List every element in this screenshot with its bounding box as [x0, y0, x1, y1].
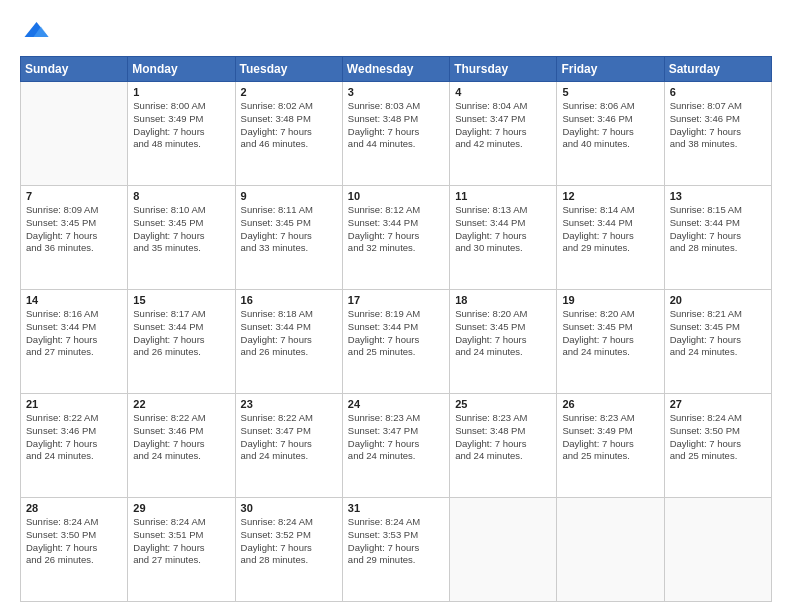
calendar-cell: 27Sunrise: 8:24 AM Sunset: 3:50 PM Dayli… [664, 394, 771, 498]
calendar-cell: 20Sunrise: 8:21 AM Sunset: 3:45 PM Dayli… [664, 290, 771, 394]
day-number: 25 [455, 398, 551, 410]
calendar-week-row: 21Sunrise: 8:22 AM Sunset: 3:46 PM Dayli… [21, 394, 772, 498]
day-info: Sunrise: 8:07 AM Sunset: 3:46 PM Dayligh… [670, 100, 766, 151]
day-number: 9 [241, 190, 337, 202]
day-number: 13 [670, 190, 766, 202]
calendar-cell: 16Sunrise: 8:18 AM Sunset: 3:44 PM Dayli… [235, 290, 342, 394]
day-info: Sunrise: 8:20 AM Sunset: 3:45 PM Dayligh… [455, 308, 551, 359]
calendar-cell: 26Sunrise: 8:23 AM Sunset: 3:49 PM Dayli… [557, 394, 664, 498]
day-info: Sunrise: 8:19 AM Sunset: 3:44 PM Dayligh… [348, 308, 444, 359]
day-info: Sunrise: 8:20 AM Sunset: 3:45 PM Dayligh… [562, 308, 658, 359]
calendar-table: SundayMondayTuesdayWednesdayThursdayFrid… [20, 56, 772, 602]
day-info: Sunrise: 8:09 AM Sunset: 3:45 PM Dayligh… [26, 204, 122, 255]
day-number: 18 [455, 294, 551, 306]
day-info: Sunrise: 8:14 AM Sunset: 3:44 PM Dayligh… [562, 204, 658, 255]
calendar-cell: 13Sunrise: 8:15 AM Sunset: 3:44 PM Dayli… [664, 186, 771, 290]
calendar-week-row: 14Sunrise: 8:16 AM Sunset: 3:44 PM Dayli… [21, 290, 772, 394]
day-number: 30 [241, 502, 337, 514]
day-info: Sunrise: 8:22 AM Sunset: 3:46 PM Dayligh… [26, 412, 122, 463]
calendar-cell: 30Sunrise: 8:24 AM Sunset: 3:52 PM Dayli… [235, 498, 342, 602]
weekday-header-tuesday: Tuesday [235, 57, 342, 82]
day-info: Sunrise: 8:04 AM Sunset: 3:47 PM Dayligh… [455, 100, 551, 151]
day-number: 7 [26, 190, 122, 202]
day-info: Sunrise: 8:23 AM Sunset: 3:47 PM Dayligh… [348, 412, 444, 463]
day-info: Sunrise: 8:11 AM Sunset: 3:45 PM Dayligh… [241, 204, 337, 255]
day-number: 6 [670, 86, 766, 98]
day-number: 16 [241, 294, 337, 306]
calendar-cell: 25Sunrise: 8:23 AM Sunset: 3:48 PM Dayli… [450, 394, 557, 498]
day-info: Sunrise: 8:12 AM Sunset: 3:44 PM Dayligh… [348, 204, 444, 255]
day-number: 22 [133, 398, 229, 410]
calendar-cell: 31Sunrise: 8:24 AM Sunset: 3:53 PM Dayli… [342, 498, 449, 602]
calendar-cell: 22Sunrise: 8:22 AM Sunset: 3:46 PM Dayli… [128, 394, 235, 498]
day-number: 31 [348, 502, 444, 514]
day-number: 20 [670, 294, 766, 306]
calendar-cell: 4Sunrise: 8:04 AM Sunset: 3:47 PM Daylig… [450, 82, 557, 186]
weekday-header-wednesday: Wednesday [342, 57, 449, 82]
day-number: 24 [348, 398, 444, 410]
day-info: Sunrise: 8:00 AM Sunset: 3:49 PM Dayligh… [133, 100, 229, 151]
day-info: Sunrise: 8:24 AM Sunset: 3:50 PM Dayligh… [670, 412, 766, 463]
weekday-header-sunday: Sunday [21, 57, 128, 82]
day-info: Sunrise: 8:24 AM Sunset: 3:50 PM Dayligh… [26, 516, 122, 567]
day-info: Sunrise: 8:16 AM Sunset: 3:44 PM Dayligh… [26, 308, 122, 359]
logo [20, 16, 54, 46]
calendar-cell: 3Sunrise: 8:03 AM Sunset: 3:48 PM Daylig… [342, 82, 449, 186]
calendar-cell: 14Sunrise: 8:16 AM Sunset: 3:44 PM Dayli… [21, 290, 128, 394]
calendar-week-row: 1Sunrise: 8:00 AM Sunset: 3:49 PM Daylig… [21, 82, 772, 186]
day-info: Sunrise: 8:23 AM Sunset: 3:49 PM Dayligh… [562, 412, 658, 463]
day-number: 26 [562, 398, 658, 410]
calendar-cell: 6Sunrise: 8:07 AM Sunset: 3:46 PM Daylig… [664, 82, 771, 186]
day-number: 2 [241, 86, 337, 98]
day-info: Sunrise: 8:22 AM Sunset: 3:46 PM Dayligh… [133, 412, 229, 463]
day-info: Sunrise: 8:17 AM Sunset: 3:44 PM Dayligh… [133, 308, 229, 359]
weekday-header-monday: Monday [128, 57, 235, 82]
calendar-cell: 1Sunrise: 8:00 AM Sunset: 3:49 PM Daylig… [128, 82, 235, 186]
weekday-header-row: SundayMondayTuesdayWednesdayThursdayFrid… [21, 57, 772, 82]
day-info: Sunrise: 8:22 AM Sunset: 3:47 PM Dayligh… [241, 412, 337, 463]
calendar-cell: 9Sunrise: 8:11 AM Sunset: 3:45 PM Daylig… [235, 186, 342, 290]
day-info: Sunrise: 8:24 AM Sunset: 3:53 PM Dayligh… [348, 516, 444, 567]
day-number: 17 [348, 294, 444, 306]
weekday-header-saturday: Saturday [664, 57, 771, 82]
day-number: 23 [241, 398, 337, 410]
day-info: Sunrise: 8:18 AM Sunset: 3:44 PM Dayligh… [241, 308, 337, 359]
calendar-cell [21, 82, 128, 186]
day-number: 12 [562, 190, 658, 202]
calendar-cell: 15Sunrise: 8:17 AM Sunset: 3:44 PM Dayli… [128, 290, 235, 394]
day-number: 14 [26, 294, 122, 306]
calendar-cell: 5Sunrise: 8:06 AM Sunset: 3:46 PM Daylig… [557, 82, 664, 186]
header [20, 16, 772, 46]
calendar-cell: 21Sunrise: 8:22 AM Sunset: 3:46 PM Dayli… [21, 394, 128, 498]
day-number: 27 [670, 398, 766, 410]
day-number: 4 [455, 86, 551, 98]
day-info: Sunrise: 8:10 AM Sunset: 3:45 PM Dayligh… [133, 204, 229, 255]
day-info: Sunrise: 8:24 AM Sunset: 3:52 PM Dayligh… [241, 516, 337, 567]
logo-icon [20, 16, 50, 46]
calendar-cell: 7Sunrise: 8:09 AM Sunset: 3:45 PM Daylig… [21, 186, 128, 290]
calendar-cell: 18Sunrise: 8:20 AM Sunset: 3:45 PM Dayli… [450, 290, 557, 394]
calendar-cell: 17Sunrise: 8:19 AM Sunset: 3:44 PM Dayli… [342, 290, 449, 394]
day-number: 1 [133, 86, 229, 98]
day-info: Sunrise: 8:02 AM Sunset: 3:48 PM Dayligh… [241, 100, 337, 151]
weekday-header-thursday: Thursday [450, 57, 557, 82]
day-number: 28 [26, 502, 122, 514]
day-number: 10 [348, 190, 444, 202]
calendar-cell: 12Sunrise: 8:14 AM Sunset: 3:44 PM Dayli… [557, 186, 664, 290]
calendar-cell: 23Sunrise: 8:22 AM Sunset: 3:47 PM Dayli… [235, 394, 342, 498]
calendar-cell: 28Sunrise: 8:24 AM Sunset: 3:50 PM Dayli… [21, 498, 128, 602]
day-number: 15 [133, 294, 229, 306]
calendar-cell [557, 498, 664, 602]
calendar-cell: 11Sunrise: 8:13 AM Sunset: 3:44 PM Dayli… [450, 186, 557, 290]
day-info: Sunrise: 8:03 AM Sunset: 3:48 PM Dayligh… [348, 100, 444, 151]
day-number: 21 [26, 398, 122, 410]
day-number: 5 [562, 86, 658, 98]
calendar-cell [664, 498, 771, 602]
calendar-week-row: 28Sunrise: 8:24 AM Sunset: 3:50 PM Dayli… [21, 498, 772, 602]
day-number: 3 [348, 86, 444, 98]
calendar-cell: 24Sunrise: 8:23 AM Sunset: 3:47 PM Dayli… [342, 394, 449, 498]
calendar-week-row: 7Sunrise: 8:09 AM Sunset: 3:45 PM Daylig… [21, 186, 772, 290]
calendar-cell: 2Sunrise: 8:02 AM Sunset: 3:48 PM Daylig… [235, 82, 342, 186]
day-number: 29 [133, 502, 229, 514]
day-info: Sunrise: 8:13 AM Sunset: 3:44 PM Dayligh… [455, 204, 551, 255]
